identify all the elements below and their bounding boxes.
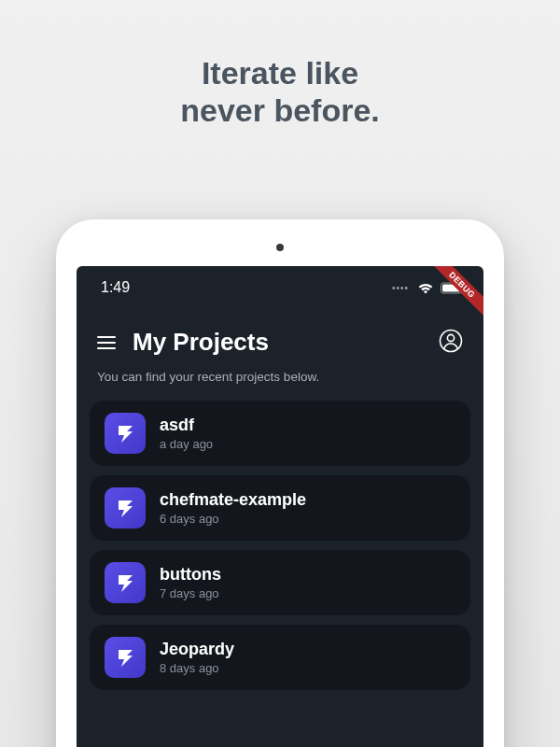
wifi-icon xyxy=(417,282,434,294)
tablet-frame: DEBUG 1:49 •••• My Projects You can xyxy=(56,219,504,747)
project-time: 7 days ago xyxy=(160,586,221,600)
page-title: My Projects xyxy=(133,328,422,357)
project-time: a day ago xyxy=(160,437,213,451)
app-logo-icon xyxy=(105,562,146,603)
project-list: asdf a day ago chefmate-example 6 days a… xyxy=(77,401,483,690)
app-logo-icon xyxy=(105,487,146,529)
project-time: 8 days ago xyxy=(160,661,234,675)
project-time: 6 days ago xyxy=(160,512,306,526)
project-name: Jeopardy xyxy=(160,640,234,659)
project-card[interactable]: Jeopardy 8 days ago xyxy=(90,625,470,690)
project-name: chefmate-example xyxy=(160,490,306,510)
project-name: buttons xyxy=(160,565,221,585)
project-card[interactable]: buttons 7 days ago xyxy=(90,550,470,615)
status-time: 1:49 xyxy=(101,279,130,296)
project-info: buttons 7 days ago xyxy=(160,565,221,600)
profile-icon[interactable] xyxy=(439,329,463,357)
headline-line2: never before. xyxy=(0,92,560,129)
project-info: asdf a day ago xyxy=(160,416,213,451)
app-header: My Projects xyxy=(77,303,483,366)
app-logo-icon xyxy=(105,413,146,454)
project-info: chefmate-example 6 days ago xyxy=(160,490,306,526)
project-card[interactable]: asdf a day ago xyxy=(90,401,470,466)
status-bar: 1:49 •••• xyxy=(77,266,483,303)
menu-icon[interactable] xyxy=(97,336,116,349)
project-card[interactable]: chefmate-example 6 days ago xyxy=(90,475,470,541)
project-name: asdf xyxy=(160,416,213,435)
headline-line1: Iterate like xyxy=(0,54,560,92)
headline: Iterate like never before. xyxy=(0,0,560,129)
app-screen: DEBUG 1:49 •••• My Projects You can xyxy=(77,266,483,747)
cellular-dots-icon: •••• xyxy=(392,283,409,293)
subheading: You can find your recent projects below. xyxy=(77,366,483,401)
project-info: Jeopardy 8 days ago xyxy=(160,640,234,675)
svg-point-4 xyxy=(447,334,454,341)
app-logo-icon xyxy=(105,637,146,678)
tablet-camera xyxy=(276,244,284,251)
